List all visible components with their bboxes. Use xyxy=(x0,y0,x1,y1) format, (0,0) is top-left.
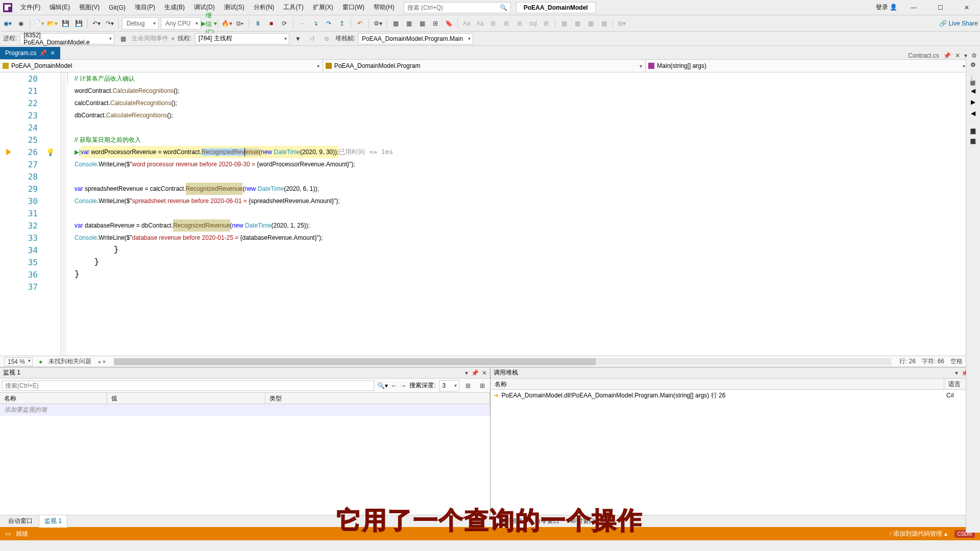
toolbar-icon[interactable]: Aa xyxy=(474,18,485,29)
menu-extensions[interactable]: 扩展(X) xyxy=(309,1,337,14)
signin-button[interactable]: 登录 👤 xyxy=(876,3,897,12)
close-tab-icon[interactable]: ✕ xyxy=(50,49,55,57)
depth-combo[interactable]: 3 xyxy=(439,380,459,391)
rt-diagnostics[interactable]: 诊断... xyxy=(968,72,978,83)
run-to-icon[interactable]: ▶| xyxy=(75,146,81,158)
watch-search-input[interactable] xyxy=(2,381,374,391)
step-out-icon[interactable]: ↥ xyxy=(336,18,348,29)
save-icon[interactable]: 💾 xyxy=(60,18,71,29)
step-into-icon[interactable]: ↴ xyxy=(310,18,321,29)
menu-view[interactable]: 视图(V) xyxy=(75,1,104,14)
tab-program-cs[interactable]: Program.cs 📌 ✕ xyxy=(0,47,60,59)
code-editor[interactable]: 20 21 22 23 24 25 26 27 28 29 30 31 32 3… xyxy=(0,72,980,356)
toolbar-icon[interactable]: ▦ xyxy=(585,18,596,29)
col-value[interactable]: 值 xyxy=(107,393,265,404)
stop-icon[interactable]: ■ xyxy=(265,18,277,29)
search-icon[interactable]: 🔍▾ xyxy=(377,382,388,389)
save-all-icon[interactable]: 💾 xyxy=(73,18,84,29)
minimize-button[interactable]: — xyxy=(903,2,924,13)
toolbar-icon[interactable]: ⊞ xyxy=(514,18,525,29)
nav-method[interactable]: Main(string[] args) xyxy=(646,60,969,72)
rt-solution-explorer[interactable]: 解决方案资源管理器 xyxy=(968,121,978,127)
screenshot-icon[interactable]: ⧉▾ xyxy=(234,18,246,29)
line-indicator[interactable]: 行: 26 xyxy=(899,357,916,366)
toolbar-icon[interactable]: ⊕ xyxy=(321,33,332,44)
toolbar-icon[interactable]: Aa xyxy=(461,18,472,29)
show-next-icon[interactable]: → xyxy=(297,18,308,29)
bookmark-icon[interactable]: 🔖 xyxy=(443,18,454,29)
toolbar-icon[interactable]: ▦ xyxy=(572,18,583,29)
tab-callstack[interactable]: 调用堆栈 xyxy=(493,515,529,528)
toolbar-icon[interactable]: ▦ xyxy=(598,18,609,29)
callstack-row[interactable]: ➔ PoEAA_DomainModel.dll!PoEAA_DomainMode… xyxy=(491,390,981,401)
char-indicator[interactable]: 字符: 66 xyxy=(922,357,944,366)
forward-nav-icon[interactable]: ◉ xyxy=(15,18,27,29)
toolbar-icon[interactable]: ▦ xyxy=(390,18,401,29)
outline-margin[interactable] xyxy=(60,72,66,356)
tab-watch1[interactable]: 监视 1 xyxy=(39,515,67,528)
back-nav-icon[interactable]: ◉▾ xyxy=(2,18,13,29)
toolbar-icon[interactable]: ⚙▾ xyxy=(372,18,383,29)
pin-icon[interactable]: 📌 xyxy=(471,369,479,377)
search-input[interactable] xyxy=(404,3,497,12)
nav-fwd-icon[interactable]: → xyxy=(400,382,406,389)
toolbar-icon[interactable]: ▦ xyxy=(403,18,414,29)
gear-icon[interactable]: ⚙ xyxy=(970,61,976,68)
thread-combo[interactable]: [784] 主线程 xyxy=(195,33,289,44)
step-over-icon[interactable]: ↷ xyxy=(323,18,334,29)
toolbar-icon[interactable]: ⊞ xyxy=(541,18,552,29)
tab-contract-cs[interactable]: Contract.cs xyxy=(908,52,939,59)
menu-test[interactable]: 测试(S) xyxy=(220,1,249,14)
restart-icon[interactable]: ⟳ xyxy=(279,18,290,29)
toolbar-icon[interactable]: ▦ xyxy=(558,18,570,29)
rt-team-explorer[interactable]: 团队资源管理器 xyxy=(968,131,978,137)
chevron-icon[interactable]: ◀ xyxy=(971,87,975,94)
config-combo[interactable]: Debug xyxy=(122,17,159,30)
nav-project[interactable]: PoEAA_DomainModel xyxy=(0,60,323,72)
undo-icon[interactable]: ↶▾ xyxy=(91,18,102,29)
dropdown-icon[interactable]: ▾ xyxy=(465,369,468,377)
stackframe-combo[interactable]: PoEAA_DomainModel.Program.Main xyxy=(358,33,473,44)
watch-empty-row[interactable]: 添加要监视的项 xyxy=(0,404,490,416)
global-search[interactable]: 🔍 xyxy=(404,2,511,13)
lifecycle-icon[interactable]: ▦ xyxy=(117,33,129,44)
process-combo[interactable]: [8352] PoEAA_DomainModel.e xyxy=(20,33,114,44)
toolbar-icon[interactable]: sql xyxy=(527,18,538,29)
solution-name[interactable]: PoEAA_DomainModel xyxy=(516,2,596,13)
nav-back-icon[interactable]: ← xyxy=(391,382,397,389)
menu-build[interactable]: 生成(B) xyxy=(160,1,189,14)
col-name[interactable]: 名称 xyxy=(0,393,107,404)
toolbar-icon[interactable]: ⊞ xyxy=(501,18,512,29)
menu-file[interactable]: 文件(F) xyxy=(16,1,44,14)
menu-help[interactable]: 帮助(H) xyxy=(370,1,399,14)
tab-command[interactable]: 命令窗口 xyxy=(530,515,565,527)
nav-class[interactable]: PoEAA_DomainModel.Program xyxy=(323,60,646,72)
pin-icon[interactable]: 📌 xyxy=(39,49,47,57)
platform-combo[interactable]: Any CPU xyxy=(161,17,201,30)
toolbar-icon[interactable]: ⊞ xyxy=(462,380,474,391)
toolbar-icon[interactable]: ↺ xyxy=(307,33,318,44)
filter-icon[interactable]: ▼ xyxy=(292,33,304,44)
pin-icon[interactable]: 📌 xyxy=(943,52,951,59)
toolbar-icon[interactable]: ⊞ xyxy=(487,18,499,29)
toolbar-icon[interactable]: ▦ xyxy=(416,18,428,29)
lightbulb-icon[interactable]: 💡 xyxy=(46,148,55,156)
menu-window[interactable]: 窗口(W) xyxy=(338,1,369,14)
toolbar-icon[interactable]: ↶ xyxy=(354,18,365,29)
menu-debug[interactable]: 调试(D) xyxy=(190,1,219,14)
pause-icon[interactable]: ⏸ xyxy=(252,18,263,29)
close-button[interactable]: ✕ xyxy=(957,2,977,13)
hot-reload-icon[interactable]: 🔥▾ xyxy=(221,18,232,29)
maximize-button[interactable]: ☐ xyxy=(930,2,950,13)
chevron-icon[interactable]: ▶ xyxy=(971,98,975,106)
close-tab-icon[interactable]: ✕ xyxy=(955,52,960,59)
menu-edit[interactable]: 编辑(E) xyxy=(45,1,74,14)
redo-icon[interactable]: ↷▾ xyxy=(104,18,115,29)
open-icon[interactable]: 📂▾ xyxy=(46,18,58,29)
col-type[interactable]: 类型 xyxy=(265,393,490,404)
dropdown-icon[interactable]: ▾ xyxy=(955,369,958,377)
tab-immediate[interactable]: 即时窗口 xyxy=(566,515,600,527)
continue-button[interactable]: ▶ 继续(C) ▾ xyxy=(203,18,214,29)
liveshare-button[interactable]: 🔗 Live Share xyxy=(939,20,978,27)
search-icon[interactable]: 🔍 xyxy=(497,4,510,11)
